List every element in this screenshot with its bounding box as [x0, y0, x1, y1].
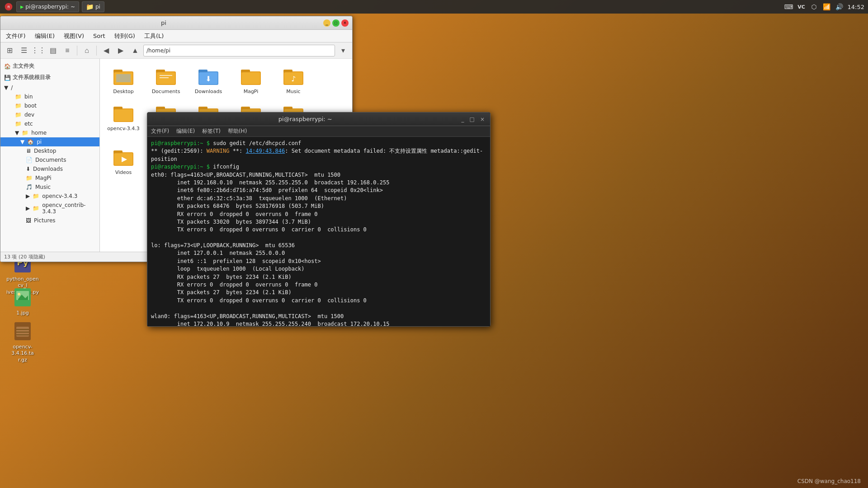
- term-maximize-button[interactable]: □: [468, 116, 476, 122]
- fm-forward-btn[interactable]: ▶: [114, 44, 127, 57]
- fm-tree-home-arrow: ▼: [15, 130, 19, 136]
- clock: 14:52: [848, 4, 864, 10]
- fm-tree-magpi-icon: 📁: [26, 175, 33, 181]
- fm-tree-music[interactable]: 🎵 Music: [0, 183, 99, 192]
- folder-music-icon: ♪: [283, 65, 304, 87]
- folder-music-label: Music: [286, 89, 300, 95]
- fm-tree-magpi[interactable]: 📁 MagPi: [0, 174, 99, 183]
- svg-rect-3: [113, 70, 123, 73]
- folder-videos-icon: [113, 146, 134, 168]
- list-item[interactable]: Documents: [146, 62, 186, 98]
- fm-tree-music-icon: 🎵: [26, 184, 33, 190]
- fm-toolbar-separator-2: [96, 46, 97, 56]
- svg-rect-41: [113, 150, 123, 154]
- fm-address-bar[interactable]: /home/pi: [143, 45, 335, 56]
- fm-up-btn[interactable]: ▲: [129, 44, 142, 57]
- fm-tree-magpi-label: MagPi: [35, 175, 52, 181]
- taskbar-filemanager-btn[interactable]: 📁 pi: [82, 1, 104, 12]
- fm-home-btn[interactable]: ⌂: [80, 44, 93, 57]
- term-line: RX errors 0 dropped 0 overruns 0 frame 0: [151, 211, 486, 218]
- list-item[interactable]: ♪ Music: [274, 62, 313, 98]
- fm-tree-bin[interactable]: 📁 bin: [0, 92, 99, 101]
- sound-tray-icon[interactable]: 🔊: [835, 2, 844, 11]
- desktop-icon-jpg[interactable]: 1.jpg: [5, 285, 41, 318]
- watermark: CSDN @wang_chao118: [797, 478, 861, 484]
- svg-rect-24: [114, 109, 132, 121]
- jpg-file-label: 1.jpg: [16, 310, 29, 316]
- fm-tree-desktop-label: Desktop: [34, 148, 57, 154]
- fm-menu-view[interactable]: 视图(V): [62, 31, 86, 41]
- fm-maximize-button[interactable]: □: [332, 19, 340, 27]
- list-item[interactable]: opencv-3.4.3: [104, 99, 143, 141]
- fm-toolbar-detail-btn[interactable]: ≡: [61, 44, 74, 57]
- list-item[interactable]: Desktop: [104, 62, 143, 98]
- fm-menu-file[interactable]: 文件(F): [4, 31, 28, 41]
- raspberry-pi-icon[interactable]: π: [4, 2, 14, 12]
- term-menu-help[interactable]: 帮助(H): [228, 127, 247, 135]
- fm-tree-dev[interactable]: 📁 dev: [0, 110, 99, 119]
- desktop-icon-tar[interactable]: opencv-3.4.16.ta r.gz: [5, 319, 41, 365]
- term-close-button[interactable]: ×: [478, 116, 486, 122]
- fm-menu-edit[interactable]: 编辑(E): [33, 31, 57, 41]
- fm-sidebar-home-icon: 🏠: [4, 63, 11, 70]
- fm-tree-pictures-icon: 🖼: [26, 217, 31, 224]
- fm-toolbar-list-btn[interactable]: ☰: [18, 44, 30, 57]
- term-minimize-button[interactable]: _: [460, 116, 466, 122]
- fm-tree-downloads[interactable]: ⬇ Downloads: [0, 164, 99, 174]
- fm-tree-documents-label: Documents: [35, 157, 66, 163]
- fm-menubar: 文件(F) 编辑(E) 视图(V) Sort 转到(G) 工具(L): [0, 30, 352, 42]
- term-menu-file[interactable]: 文件(F): [151, 127, 169, 135]
- fm-tree-root[interactable]: ▼ /: [0, 83, 99, 92]
- fm-tree-documents-icon: 📄: [26, 157, 33, 163]
- fm-tree-desktop[interactable]: 🖥 Desktop: [0, 146, 99, 155]
- folder-downloads-label: Downloads: [195, 89, 222, 95]
- fm-back-btn[interactable]: ◀: [100, 44, 113, 57]
- list-item[interactable]: ⬇ Downloads: [189, 62, 228, 98]
- wifi-tray-icon[interactable]: 📶: [822, 2, 831, 11]
- fm-toolbar-icons-btn[interactable]: ⊞: [3, 44, 16, 57]
- tar-file-label: opencv-3.4.16.ta r.gz: [6, 344, 39, 363]
- fm-tree-home-label: home: [31, 130, 47, 136]
- fm-menu-sort[interactable]: Sort: [91, 32, 107, 40]
- fm-menu-tools[interactable]: 工具(L): [142, 31, 165, 41]
- fm-tree-boot[interactable]: 📁 boot: [0, 101, 99, 110]
- fm-tree-pi[interactable]: ▼ 🏠 pi: [0, 137, 99, 146]
- fm-tree-home[interactable]: ▼ 📁 home: [0, 128, 99, 137]
- folder-downloads-icon: ⬇: [198, 65, 219, 87]
- fm-close-button[interactable]: ×: [341, 19, 349, 27]
- tar-file-icon: [12, 320, 33, 342]
- fm-tree-opencv-arrow: ▶: [26, 193, 30, 199]
- taskbar-right: ⌨ VC ⬡ 📶 🔊 14:52: [784, 2, 864, 11]
- term-menu-tab[interactable]: 标签(T): [202, 127, 221, 135]
- fm-tree-opencv-label: opencv-3.4.3: [42, 193, 77, 199]
- folder-opencv-label: opencv-3.4.3: [107, 126, 140, 132]
- fm-menu-go[interactable]: 转到(G): [113, 31, 137, 41]
- fm-tree-etc[interactable]: 📁 etc: [0, 119, 99, 128]
- fm-tree-bin-label: bin: [24, 94, 33, 100]
- svg-rect-38: [283, 107, 292, 110]
- vconsole-tray-icon[interactable]: VC: [797, 2, 806, 11]
- fm-tree-pi-icon: 🏠: [27, 139, 34, 145]
- term-line: wlan0: flags=4163<UP,BROADCAST,RUNNING,M…: [151, 313, 486, 320]
- fm-sidebar-fs-label: 文件系统根目录: [13, 74, 51, 81]
- term-body[interactable]: pi@raspberrypi:~ $ sudo gedit /etc/dhcpc…: [147, 137, 490, 326]
- fm-address-dropdown[interactable]: ▾: [337, 44, 349, 57]
- bluetooth-tray-icon[interactable]: ⬡: [810, 2, 819, 11]
- list-item[interactable]: MagPi: [231, 62, 271, 98]
- fm-toolbar-btn3[interactable]: ⋮⋮: [32, 44, 45, 57]
- fm-tree-opencv[interactable]: ▶ 📁 opencv-3.4.3: [0, 192, 99, 201]
- fm-tree-downloads-icon: ⬇: [26, 166, 30, 172]
- fm-toolbar-compact-btn[interactable]: ▤: [47, 44, 59, 57]
- fm-minimize-button[interactable]: _: [323, 19, 330, 27]
- keyboard-tray-icon[interactable]: ⌨: [784, 2, 793, 11]
- taskbar-terminal-btn[interactable]: ▶ pi@raspberrypi: ~: [16, 1, 79, 12]
- fm-tree-dev-icon: 📁: [15, 112, 22, 118]
- fm-tree-opencv-contrib[interactable]: ▶ 📁 opencv_contrib-3.4.3: [0, 201, 99, 216]
- fm-tree-pictures[interactable]: 🖼 Pictures: [0, 216, 99, 225]
- svg-rect-5: [116, 74, 131, 82]
- list-item[interactable]: Videos: [104, 143, 143, 178]
- fm-tree-opencv-contrib-arrow: ▶: [26, 205, 30, 211]
- term-line: RX packets 68476 bytes 528176918 (503.7 …: [151, 202, 486, 210]
- fm-tree-documents[interactable]: 📄 Documents: [0, 155, 99, 164]
- term-menu-edit[interactable]: 编辑(E): [176, 127, 195, 135]
